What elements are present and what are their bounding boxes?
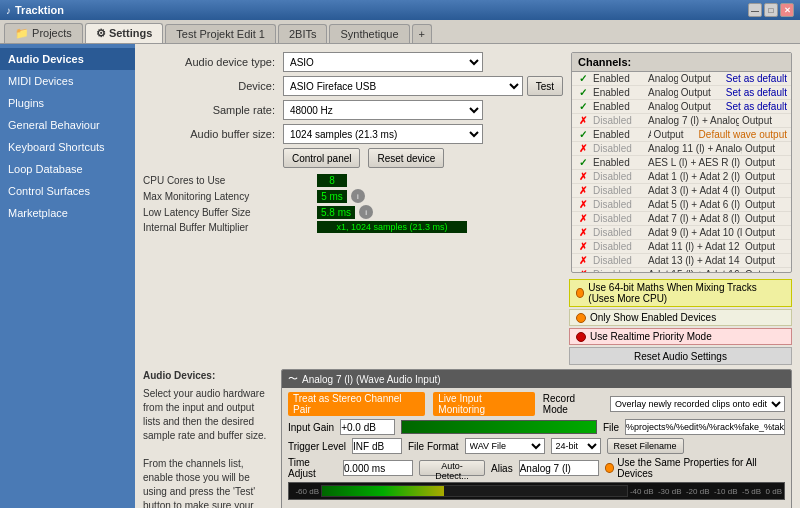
reset-audio-button[interactable]: Reset Audio Settings (569, 347, 792, 365)
sidebar-item-keyboard-shortcuts[interactable]: Keyboard Shortcuts (0, 136, 135, 158)
time-adjust-field[interactable] (343, 460, 413, 476)
description-title: Audio Devices: (143, 369, 273, 383)
test-button[interactable]: Test (527, 76, 563, 96)
audio-input-row4: Time Adjust Auto-Detect... Alias Use the… (288, 457, 785, 479)
audio-input-row1: Treat as Stereo Channel Pair Live Input … (288, 392, 785, 416)
max-monitoring-label: Max Monitoring Latency (143, 191, 313, 202)
input-gain-field[interactable] (340, 419, 395, 435)
description-text: Audio Devices: Select your audio hardwar… (143, 369, 273, 508)
sidebar-item-marketplace[interactable]: Marketplace (0, 202, 135, 224)
max-monitoring-info[interactable]: i (351, 189, 365, 203)
channel-row[interactable]: ✓EnabledAnalog 9 (l) + Analog ...OutputD… (572, 128, 791, 142)
sample-rate-select[interactable]: 48000 Hz (283, 100, 483, 120)
tab-add[interactable]: + (412, 24, 432, 43)
sidebar-item-control-surfaces[interactable]: Control Surfaces (0, 180, 135, 202)
audio-buffer-label: Audio buffer size: (143, 128, 283, 140)
channel-row[interactable]: ✗DisabledAdat 11 (l) + Adat 12 (l)Output (572, 240, 791, 254)
sidebar-item-loop-database[interactable]: Loop Database (0, 158, 135, 180)
alias-label: Alias (491, 463, 513, 474)
channel-row[interactable]: ✗DisabledAnalog 7 (l) + Analog ...Output (572, 114, 791, 128)
sidebar-item-plugins[interactable]: Plugins (0, 92, 135, 114)
max-monitoring-row: Max Monitoring Latency 5 ms i (143, 189, 563, 203)
bit-depth-select[interactable]: 24-bit (551, 438, 601, 454)
low-latency-label: Low Latency Buffer Size (143, 207, 313, 218)
minimize-button[interactable]: — (748, 3, 762, 17)
file-path-field[interactable] (625, 419, 785, 435)
audio-buffer-control: 1024 samples (21.3 ms) (283, 124, 483, 144)
trigger-level-label: Trigger Level (288, 441, 346, 452)
channel-row[interactable]: ✓EnabledAES L (l) + AES R (l)Output (572, 156, 791, 170)
meter-db-labels: -40 dB -30 dB -20 dB -10 dB -5 dB 0 dB (630, 487, 782, 496)
tab-settings[interactable]: ⚙ Settings (85, 23, 163, 43)
audio-device-type-label: Audio device type: (143, 56, 283, 68)
title-bar: ♪ Tracktion — □ ✕ (0, 0, 800, 20)
options-container: Use 64-bit Maths When Mixing Tracks (Use… (569, 279, 792, 365)
maximize-button[interactable]: □ (764, 3, 778, 17)
use-realtime-option[interactable]: Use Realtime Priority Mode (569, 328, 792, 345)
sidebar-item-general-behaviour[interactable]: General Behaviour (0, 114, 135, 136)
use-64bit-label: Use 64-bit Maths When Mixing Tracks (Use… (588, 282, 785, 304)
channel-row[interactable]: ✓EnabledAnalog 1 (l) + Analog ...OutputS… (572, 72, 791, 86)
tab-synthetique[interactable]: Synthetique (329, 24, 409, 43)
use-64bit-option[interactable]: Use 64-bit Maths When Mixing Tracks (Use… (569, 279, 792, 307)
channel-row[interactable]: ✗DisabledAdat 3 (l) + Adat 4 (l)Output (572, 184, 791, 198)
max-monitoring-value: 5 ms (317, 190, 347, 203)
record-mode-select[interactable]: Overlay newly recorded clips onto edit (610, 396, 785, 412)
only-show-enabled-label: Only Show Enabled Devices (590, 312, 716, 323)
sidebar-item-audio-devices[interactable]: Audio Devices (0, 48, 135, 70)
audio-input-header: 〜 Analog 7 (l) (Wave Audio Input) (282, 370, 791, 388)
window-controls: — □ ✕ (748, 3, 794, 17)
channels-panel: Channels: ✓EnabledAnalog 1 (l) + Analog … (571, 52, 792, 273)
reset-device-button[interactable]: Reset device (368, 148, 444, 168)
main-content: Audio Devices MIDI Devices Plugins Gener… (0, 44, 800, 508)
close-button[interactable]: ✕ (780, 3, 794, 17)
channel-row[interactable]: ✓EnabledAnalog 3 (l) + Analog ...OutputS… (572, 86, 791, 100)
tab-test-projekt[interactable]: Test Projekt Edit 1 (165, 24, 276, 43)
channel-row[interactable]: ✗DisabledAdat 13 (l) + Adat 14 (l)Output (572, 254, 791, 268)
record-mode-label: Record Mode (543, 393, 602, 415)
reset-filename-button[interactable]: Reset Filename (607, 438, 684, 454)
device-label: Device: (143, 80, 283, 92)
audio-device-type-select[interactable]: ASIO (283, 52, 483, 72)
auto-detect-button[interactable]: Auto-Detect... (419, 460, 485, 476)
channel-row[interactable]: ✓EnabledAnalog 5 (l) + Analog ...OutputS… (572, 100, 791, 114)
file-format-select[interactable]: WAV File (465, 438, 545, 454)
channel-row[interactable]: ✗DisabledAdat 5 (l) + Adat 6 (l)Output (572, 198, 791, 212)
vu-meter: -60 dB -40 dB -30 dB -20 dB -10 dB -5 dB… (288, 482, 785, 500)
alias-field[interactable] (519, 460, 599, 476)
file-path-label: File (603, 422, 619, 433)
device-row: Device: ASIO Fireface USB Test (143, 76, 563, 96)
sidebar-item-midi-devices[interactable]: MIDI Devices (0, 70, 135, 92)
audio-input-panel: 〜 Analog 7 (l) (Wave Audio Input) Treat … (281, 369, 792, 508)
description-area: Audio Devices: Select your audio hardwar… (143, 369, 792, 508)
channel-row[interactable]: ✗DisabledAnalog 11 (l) + Analog ...Outpu… (572, 142, 791, 156)
channel-row[interactable]: ✗DisabledAdat 7 (l) + Adat 8 (l)Output (572, 212, 791, 226)
file-format-label: File Format (408, 441, 459, 452)
low-latency-info[interactable]: i (359, 205, 373, 219)
cpu-cores-row: CPU Cores to Use 8 (143, 174, 563, 187)
content-area: Audio device type: ASIO Device: ASIO Fir… (135, 44, 800, 508)
audio-input-row2: Input Gain File (288, 419, 785, 435)
use-same-props-option[interactable]: Use the Same Properties for All Devices (605, 457, 785, 479)
channel-row[interactable]: ✗DisabledAdat 9 (l) + Adat 10 (l)Output (572, 226, 791, 240)
control-panel-button[interactable]: Control panel (283, 148, 360, 168)
audio-input-row3: Trigger Level File Format WAV File 24-bi… (288, 438, 785, 454)
tab-projects[interactable]: 📁 Projects (4, 23, 83, 43)
sample-rate-control: 48000 Hz (283, 100, 483, 120)
audio-device-type-control: ASIO (283, 52, 483, 72)
only-show-enabled-option[interactable]: Only Show Enabled Devices (569, 309, 792, 326)
action-buttons-row: Control panel Reset device (143, 148, 563, 168)
tab-2bits[interactable]: 2BITs (278, 24, 328, 43)
use-64bit-icon (576, 288, 584, 298)
trigger-level-field[interactable] (352, 438, 402, 454)
device-select[interactable]: ASIO Fireface USB (283, 76, 523, 96)
sample-rate-label: Sample rate: (143, 104, 283, 116)
audio-buffer-select[interactable]: 1024 samples (21.3 ms) (283, 124, 483, 144)
channel-row[interactable]: ✗DisabledAdat 15 (l) + Adat 16 (l)Output (572, 268, 791, 272)
low-latency-value: 5.8 ms (317, 206, 355, 219)
low-latency-row: Low Latency Buffer Size 5.8 ms i (143, 205, 563, 219)
channel-row[interactable]: ✗DisabledAdat 1 (l) + Adat 2 (l)Output (572, 170, 791, 184)
live-input-btn[interactable]: Live Input Monitoring (433, 392, 535, 416)
audio-input-body: Treat as Stereo Channel Pair Live Input … (282, 388, 791, 504)
treat-stereo-btn[interactable]: Treat as Stereo Channel Pair (288, 392, 425, 416)
